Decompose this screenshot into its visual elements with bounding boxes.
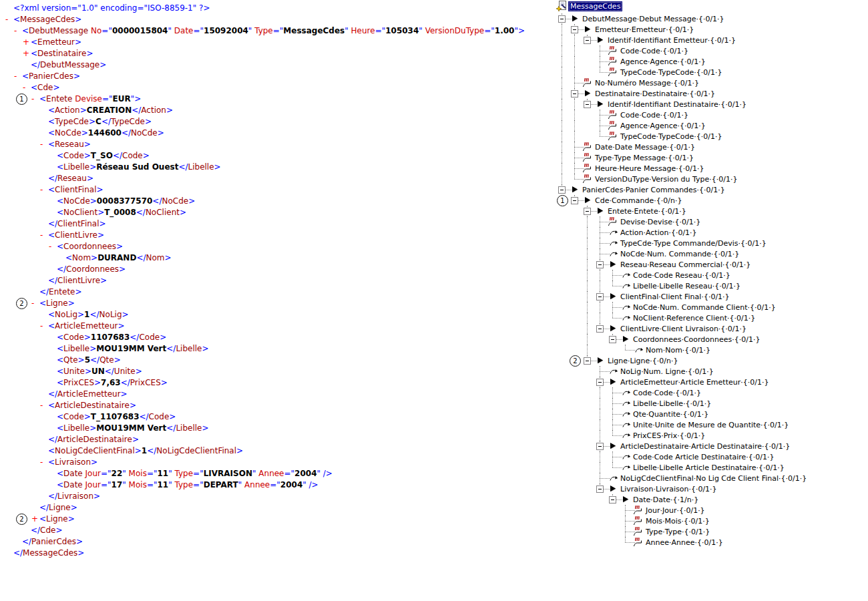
tree-item[interactable]: VersionDuType·Version du Type·{·0/1·} (0, 174, 868, 184)
minus-glyph (598, 489, 602, 489)
tree-connector-line (600, 462, 600, 473)
tree-item[interactable]: Identif·Identifiant Emetteur·{·0/1·} (0, 35, 868, 45)
tree-connector-line (600, 131, 600, 136)
collapse-box[interactable] (596, 443, 604, 450)
tree-connector-line (612, 414, 622, 415)
tree-item[interactable]: DebutMessage·Debut Message·{·0/1·} (0, 13, 868, 24)
minus-glyph (611, 339, 614, 340)
child-element-icon (622, 453, 631, 462)
collapse-box[interactable] (584, 357, 591, 365)
tree-root-label[interactable]: MessageCdes (568, 1, 622, 11)
tree-item-label: Code·Code Article Destinataire·{·0/1·} (633, 453, 775, 461)
tree-item[interactable]: TypeCode·TypeCode·{·0/1·} (0, 131, 868, 142)
tree-connector-line (625, 350, 635, 351)
tree-connector-line (600, 302, 600, 313)
tree-item[interactable]: Date·Date Message·{·0/1·} (0, 142, 868, 152)
collapse-box[interactable] (558, 15, 566, 23)
tree-item[interactable]: Code·Code Article Destinataire·{·0/1·} (0, 451, 868, 462)
tree-connector-line (600, 280, 600, 291)
collapse-box[interactable] (571, 90, 578, 97)
tree-item[interactable]: Code·Code·{·0/1·} (0, 110, 868, 120)
tree-item[interactable]: NoCde·Num. Commande Client·{·0/1·} (0, 302, 868, 313)
tree-item[interactable]: NoLig·Num. Ligne·{·0/1·} (0, 366, 868, 377)
tree-item[interactable]: Identif·Identifiant Destinataire·{·0/1·} (0, 99, 868, 110)
collapse-box[interactable] (596, 485, 604, 493)
tree-item[interactable]: NoCde·Num. Commande·{·0/1·} (0, 248, 868, 259)
tree-item[interactable]: Unite·Unite de Mesure de Quantite·{·0/1·… (0, 419, 868, 430)
tree-connector-line (612, 425, 622, 425)
tree-item[interactable]: Coordonnees·Coordonnees·{·0/1·} (0, 334, 868, 345)
tree-item[interactable]: ArticleDestinataire·Article Destinataire… (0, 441, 868, 451)
collapse-box[interactable] (584, 208, 591, 215)
tree-connector-line (625, 510, 626, 516)
tree-item[interactable]: Entete·Entete·{·0/1·} (0, 206, 868, 216)
collapse-box[interactable] (596, 293, 604, 300)
tree-item[interactable]: Agence·Agence·{·0/1·} (0, 120, 868, 131)
tree-item[interactable]: Code·Code·{·0/1·} (0, 45, 868, 56)
tree-item[interactable]: Libelle·Libelle Reseau·{·0/1·} (0, 280, 868, 291)
tree-item[interactable]: ArticleEmetteur·Article Emetteur·{·0/1·} (0, 377, 868, 387)
tree-item[interactable]: Heure·Heure Message·{·0/1·} (0, 163, 868, 174)
tree-item[interactable]: Type·Type·{·0/1·} (0, 526, 868, 537)
tree-item-label: Mois·Mois·{·0/1·} (646, 517, 710, 526)
tree-item[interactable]: NoLigCdeClientFinal·No Lig Cde Client Fi… (0, 473, 868, 483)
tree-item[interactable]: Libelle·Libelle·{·0/1·} (0, 398, 868, 409)
tree-connector-line (562, 88, 562, 99)
tree-item[interactable]: Livraison·Livraison·{·0/1·} (0, 483, 868, 494)
tree-connector-line (587, 280, 588, 291)
tree-item[interactable]: ClientFinal·Client Final·{·0/1·} (0, 291, 868, 302)
tree-item-label: Identif·Identifiant Emetteur·{·0/1·} (608, 36, 736, 45)
child-element-icon (622, 282, 631, 291)
tree-item[interactable]: TypeCde·Type Commande/Devis·{·0/1·} (0, 238, 868, 248)
collapse-box[interactable] (596, 325, 604, 333)
tree-connector-line (625, 516, 626, 521)
tree-item[interactable]: Nom·Nom·{·0/1·} (0, 345, 868, 355)
tree-connector-line (600, 371, 600, 377)
tree-item[interactable]: Code·Code·{·0/1·} (0, 387, 868, 398)
tree-item[interactable]: Emetteur·Emetteur·{·0/1·} (0, 24, 868, 35)
collapse-box[interactable] (596, 379, 604, 386)
tree-item[interactable]: Jour·Jour·{·0/1·} (0, 505, 868, 516)
collapse-box[interactable] (584, 101, 591, 108)
tree-item-label: Cde·Commande·{·0/n·} (595, 196, 682, 205)
tree-item[interactable]: Qte·Quantite·{·0/1·} (0, 409, 868, 419)
element-node-icon (622, 335, 630, 345)
tree-item[interactable]: No·Numéro Message·{·0/1·} (0, 77, 868, 88)
collapse-box[interactable] (584, 37, 591, 44)
tree-item[interactable]: Code·Code Reseau·{·0/1·} (0, 270, 868, 280)
collapse-box[interactable] (596, 261, 604, 268)
tree-item[interactable]: Date·Date·{·1/n·} (0, 494, 868, 505)
minus-glyph (586, 361, 589, 361)
tree-item[interactable]: Libelle·Libelle Article Destinataire·{·0… (0, 462, 868, 473)
tree-item[interactable]: Type·Type Message·{·0/1·} (0, 152, 868, 163)
tree-connector-line (562, 67, 562, 77)
tree-item[interactable]: Agence·Agence·{·0/1·} (0, 56, 868, 67)
tree-connector-line (625, 526, 626, 532)
tree-item[interactable]: TypeCode·TypeCode·{·0/1·} (0, 67, 868, 77)
tree-item[interactable]: Destinataire·Destinataire·{·0/1·} (0, 88, 868, 99)
tree-connector-line (587, 334, 588, 345)
tree-item[interactable]: PrixCES·Prix·{·0/1·} (0, 430, 868, 441)
tree-connector-line (574, 83, 575, 88)
tree-item[interactable]: PanierCdes·Panier Commandes·{·0/1·} (0, 184, 868, 195)
tree-root-node[interactable]: MessageCdes (0, 1, 267, 12)
tree-item[interactable]: Devise·Devise·{·0/1·} (0, 216, 868, 227)
tree-connector-line (562, 77, 562, 88)
tree-connector-line (587, 313, 588, 323)
tree-item[interactable]: Mois·Mois·{·0/1·} (0, 516, 868, 526)
tree-item[interactable]: Cde·Commande·{·0/n·}1 (0, 195, 868, 206)
collapse-box[interactable] (558, 186, 566, 194)
collapse-box[interactable] (609, 496, 616, 504)
tree-item[interactable]: Action·Action·{·0/1·} (0, 227, 868, 238)
tree-item[interactable]: NoClient·Reference Client·{·0/1·} (0, 313, 868, 323)
collapse-box[interactable] (571, 197, 578, 204)
tree-item[interactable]: Annee·Annee·{·0/1·} (0, 537, 868, 548)
collapse-box[interactable] (609, 336, 616, 343)
tree-item[interactable]: Reseau·Reseau Commercial·{·0/1·} (0, 259, 868, 270)
tree-item[interactable]: ClientLivre·Client Livraison·{·0/1·} (0, 323, 868, 334)
minus-glyph (598, 264, 602, 265)
collapse-box[interactable] (571, 26, 578, 33)
tree-item[interactable]: Ligne·Ligne·{·0/n·}2 (0, 355, 868, 366)
tree-connector-line (574, 147, 575, 152)
tree-item-label: Ligne·Ligne·{·0/n·} (608, 357, 678, 365)
